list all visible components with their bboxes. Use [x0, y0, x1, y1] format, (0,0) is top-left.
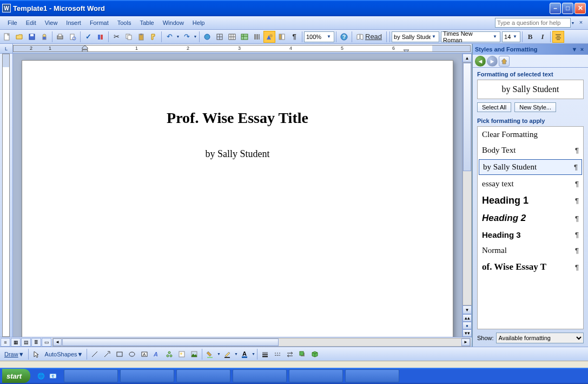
line-color-button[interactable]: [221, 348, 233, 360]
horizontal-scrollbar[interactable]: ◄ ►: [52, 338, 471, 347]
select-all-button[interactable]: Select All: [477, 102, 511, 112]
style-combo[interactable]: by Sally Studer▼: [392, 31, 439, 42]
insert-worksheet-button[interactable]: [239, 31, 250, 43]
copy-button[interactable]: [123, 31, 135, 43]
taskpane-close-icon[interactable]: ×: [578, 46, 586, 53]
drawing-toggle-button[interactable]: [263, 31, 275, 43]
save-button[interactable]: [26, 31, 38, 43]
menubar-close-icon[interactable]: ×: [577, 19, 585, 27]
close-button[interactable]: ✕: [574, 3, 586, 14]
normal-view-button[interactable]: ≡: [1, 338, 10, 347]
autoshapes-menu-button[interactable]: AutoShapes ▼: [43, 351, 85, 357]
taskbar-item[interactable]: [289, 369, 343, 382]
help-button[interactable]: ?: [338, 31, 350, 43]
quicklaunch-icon[interactable]: 📧: [48, 370, 58, 381]
document-page[interactable]: Prof. Wise Essay Title by Sally Student: [22, 60, 453, 337]
taskbar-item[interactable]: [176, 369, 230, 382]
document-byline[interactable]: by Sally Student: [74, 148, 401, 160]
italic-button[interactable]: I: [537, 31, 549, 43]
read-button[interactable]: Read: [354, 31, 385, 43]
clipart-button[interactable]: [176, 348, 188, 360]
textbox-tool-button[interactable]: A: [138, 348, 150, 360]
undo-button[interactable]: ↶: [163, 31, 175, 43]
menu-edit[interactable]: Edit: [22, 18, 41, 28]
line-style-button[interactable]: [259, 348, 271, 360]
font-combo[interactable]: Times New Roman▼: [441, 31, 500, 42]
line-color-dropdown-icon[interactable]: ▼: [234, 352, 238, 356]
show-hide-button[interactable]: ¶: [288, 31, 300, 43]
font-color-dropdown-icon[interactable]: ▼: [251, 352, 255, 356]
draw-menu-button[interactable]: Draw ▼: [2, 351, 27, 357]
quicklaunch-icon[interactable]: 🌐: [36, 370, 47, 381]
redo-button[interactable]: ↷: [181, 31, 193, 43]
print-layout-view-button[interactable]: ▤: [21, 338, 31, 347]
style-list-item[interactable]: Clear Formatting: [478, 127, 583, 142]
taskpane-forward-button[interactable]: ►: [487, 56, 498, 67]
menu-table[interactable]: Table: [135, 18, 158, 28]
vertical-ruler[interactable]: [0, 54, 13, 337]
tab-selector[interactable]: L: [0, 44, 13, 53]
arrow-tool-button[interactable]: [101, 348, 113, 360]
menu-help[interactable]: Help: [188, 18, 209, 28]
menu-view[interactable]: View: [41, 18, 62, 28]
help-search-input[interactable]: [495, 18, 571, 28]
style-list-item[interactable]: by Sally Student¶: [479, 159, 582, 175]
outline-view-button[interactable]: ≣: [31, 338, 41, 347]
menu-file[interactable]: File: [3, 18, 22, 28]
start-button[interactable]: start: [2, 369, 30, 383]
new-document-button[interactable]: [1, 31, 13, 43]
tables-borders-button[interactable]: [214, 31, 226, 43]
scroll-right-button[interactable]: ►: [461, 339, 470, 346]
reading-layout-view-button[interactable]: ▭: [42, 338, 51, 347]
arrow-style-button[interactable]: [284, 348, 296, 360]
3d-style-button[interactable]: [309, 348, 321, 360]
paste-button[interactable]: [135, 31, 147, 43]
taskpane-dropdown-icon[interactable]: ▼: [571, 46, 578, 53]
insert-picture-button[interactable]: [188, 348, 200, 360]
scroll-left-button[interactable]: ◄: [53, 339, 62, 346]
next-page-button[interactable]: ▾▾: [463, 329, 472, 337]
help-dropdown-icon[interactable]: ▼: [571, 21, 575, 25]
menu-insert[interactable]: Insert: [62, 18, 85, 28]
style-list-item[interactable]: of. Wise Essay T¶: [478, 258, 583, 276]
minimize-button[interactable]: –: [550, 3, 561, 14]
align-center-button[interactable]: [552, 31, 564, 43]
vertical-scrollbar[interactable]: ▲ ▼ ▴▴ ● ▾▾: [462, 54, 472, 337]
font-color-button[interactable]: A: [239, 348, 250, 360]
style-list-item[interactable]: essay text¶: [478, 176, 583, 192]
bold-button[interactable]: B: [524, 31, 536, 43]
rectangle-tool-button[interactable]: [114, 348, 125, 360]
menu-format[interactable]: Format: [85, 18, 113, 28]
select-objects-button[interactable]: [30, 348, 42, 360]
styles-list[interactable]: Clear FormattingBody Text¶by Sally Stude…: [477, 126, 584, 329]
diagram-button[interactable]: [163, 348, 175, 360]
cut-button[interactable]: ✂: [110, 31, 122, 43]
style-list-item[interactable]: Heading 1¶: [478, 192, 583, 210]
previous-page-button[interactable]: ▴▴: [463, 314, 472, 322]
scroll-up-button[interactable]: ▲: [463, 54, 472, 62]
zoom-combo[interactable]: 100%▼: [304, 31, 334, 42]
taskbar-item[interactable]: [64, 369, 118, 382]
research-button[interactable]: [95, 31, 107, 43]
menu-window[interactable]: Window: [158, 18, 188, 28]
show-filter-select[interactable]: Available formatting: [496, 333, 584, 343]
oval-tool-button[interactable]: [126, 348, 138, 360]
maximize-button[interactable]: □: [562, 3, 573, 14]
style-list-item[interactable]: Normal¶: [478, 243, 583, 258]
undo-dropdown-icon[interactable]: ▼: [176, 35, 180, 38]
print-preview-button[interactable]: [67, 31, 78, 43]
taskbar-item[interactable]: [345, 369, 399, 382]
style-list-item[interactable]: Heading 3¶: [478, 227, 583, 243]
dash-style-button[interactable]: [272, 348, 283, 360]
fill-color-button[interactable]: [204, 348, 216, 360]
taskbar-item[interactable]: [233, 369, 287, 382]
style-list-item[interactable]: Heading 2¶: [478, 210, 583, 227]
web-layout-view-button[interactable]: ▦: [11, 338, 21, 347]
menu-tools[interactable]: Tools: [113, 18, 136, 28]
document-map-button[interactable]: [276, 31, 288, 43]
document-title[interactable]: Prof. Wise Essay Title: [74, 109, 401, 127]
horizontal-ruler[interactable]: L 1 2 1 2 3 4 5 6: [0, 44, 472, 54]
scroll-down-button[interactable]: ▼: [463, 305, 472, 314]
fill-color-dropdown-icon[interactable]: ▼: [216, 352, 221, 356]
permission-button[interactable]: [38, 31, 50, 43]
